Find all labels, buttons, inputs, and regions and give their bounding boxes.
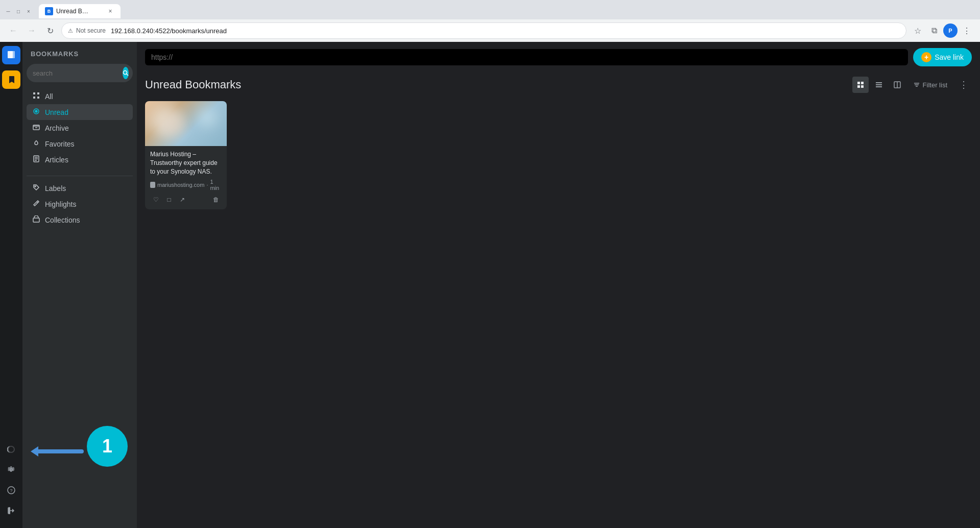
card-actions: ♡ □ ↗ 🗑	[150, 194, 222, 205]
settings-icon-button[interactable]	[2, 461, 20, 479]
card-title: Marius Hosting – Trustworthy expert guid…	[150, 150, 222, 176]
all-icon	[32, 92, 41, 101]
search-box[interactable]	[27, 64, 133, 82]
card-domain: mariushosting.com	[157, 182, 204, 188]
tab-favicon: B	[45, 7, 53, 15]
svg-rect-9	[37, 97, 39, 99]
help-icon-button[interactable]: ?	[2, 481, 20, 499]
svg-rect-7	[37, 92, 39, 94]
card-meta: mariushosting.com · 1 min	[150, 179, 222, 191]
window-controls: ─ □ ×	[4, 7, 33, 15]
grid-view-button[interactable]	[852, 77, 869, 93]
security-icon: ⚠	[68, 28, 73, 34]
app-container: ? BOOKMARKS	[0, 42, 980, 528]
more-options-button[interactable]: ⋮	[955, 77, 972, 93]
tab-close-button[interactable]: ×	[106, 7, 114, 15]
card-delete-button[interactable]: 🗑	[210, 194, 222, 205]
nav-secondary-section: Labels Highlights Collec	[27, 180, 133, 228]
tab-title: Unread B…	[56, 8, 103, 15]
browser-titlebar: ─ □ × B Unread B… ×	[0, 0, 980, 19]
sidebar-item-favorites-label: Favorites	[45, 140, 75, 148]
app-logo	[2, 46, 20, 64]
tab-bar: B Unread B… ×	[35, 4, 125, 18]
search-submit-button[interactable]	[123, 67, 129, 79]
sidebar-item-articles[interactable]: Articles	[27, 152, 133, 167]
filter-list-button[interactable]: Filter list	[907, 78, 953, 92]
moon-icon-button[interactable]	[2, 440, 20, 459]
sidebar-item-articles-label: Articles	[45, 156, 68, 164]
browser-menu-button[interactable]: ⋮	[960, 23, 974, 38]
icon-sidebar-bottom: ?	[2, 440, 20, 520]
security-text: Not secure	[76, 27, 106, 34]
collections-icon	[32, 215, 41, 224]
back-button[interactable]: ←	[6, 23, 20, 38]
bokeh-3	[199, 109, 217, 127]
svg-rect-25	[876, 84, 882, 85]
sidebar-item-unread-label: Unread	[45, 108, 68, 116]
card-favicon	[150, 182, 155, 188]
svg-rect-24	[876, 82, 882, 83]
svg-point-17	[35, 186, 36, 187]
svg-rect-19	[33, 218, 39, 222]
svg-rect-1	[10, 51, 15, 58]
url-bar-area: + Save link	[137, 42, 980, 73]
refresh-button[interactable]: ↻	[43, 23, 57, 38]
archive-icon	[32, 124, 41, 132]
sidebar-item-archive-label: Archive	[45, 124, 69, 132]
sidebar-item-labels[interactable]: Labels	[27, 180, 133, 196]
card-favorite-button[interactable]: ♡	[150, 194, 161, 205]
browser-tab[interactable]: B Unread B… ×	[39, 4, 121, 18]
card-archive-button[interactable]: □	[163, 194, 175, 205]
sidebar-item-favorites[interactable]: Favorites	[27, 136, 133, 152]
forward-button[interactable]: →	[25, 23, 39, 38]
url-input-wrap[interactable]	[145, 49, 908, 65]
address-text: 192.168.0.240:4522/bookmarks/unread	[111, 27, 900, 35]
svg-rect-8	[33, 97, 35, 99]
bookmark-star-button[interactable]: ☆	[911, 23, 925, 38]
card-read-time: 1 min	[210, 179, 222, 191]
sidebar-item-highlights[interactable]: Highlights	[27, 196, 133, 212]
sidebar-divider	[27, 176, 133, 176]
card-thumbnail	[145, 101, 227, 146]
icon-sidebar: ?	[0, 42, 22, 528]
search-input[interactable]	[33, 69, 118, 77]
sidebar-item-labels-label: Labels	[45, 184, 66, 193]
sidebar-item-archive[interactable]: Archive	[27, 120, 133, 136]
bookmarks-icon-button[interactable]	[2, 70, 20, 89]
svg-text:?: ?	[10, 488, 12, 493]
list-view-button[interactable]	[871, 77, 887, 93]
bokeh-2	[163, 114, 183, 134]
close-window-button[interactable]: ×	[25, 7, 33, 15]
bookmarks-grid: Marius Hosting – Trustworthy expert guid…	[145, 101, 972, 209]
address-bar[interactable]: ⚠ Not secure 192.168.0.240:4522/bookmark…	[61, 22, 906, 39]
signout-icon-button[interactable]	[2, 501, 20, 520]
browser-chrome: ─ □ × B Unread B… × ← → ↻ ⚠ Not secure 1…	[0, 0, 980, 42]
highlights-icon	[32, 200, 41, 208]
save-link-button[interactable]: + Save link	[913, 48, 972, 66]
sidebar-item-unread[interactable]: Unread	[27, 104, 133, 120]
svg-rect-26	[876, 86, 882, 87]
card-share-button[interactable]: ↗	[177, 194, 188, 205]
svg-rect-20	[857, 82, 860, 84]
toolbar-actions: ☆ ⧉ P ⋮	[911, 23, 974, 38]
sidebar-item-all[interactable]: All	[27, 88, 133, 104]
url-input[interactable]	[151, 53, 902, 61]
save-link-icon: +	[921, 52, 931, 62]
main-content: + Save link Unread Bookmarks	[137, 42, 980, 528]
split-view-button[interactable]	[889, 77, 905, 93]
table-row[interactable]: Marius Hosting – Trustworthy expert guid…	[145, 101, 227, 209]
svg-point-11	[35, 110, 37, 112]
minimize-button[interactable]: ─	[4, 7, 12, 15]
labels-icon	[32, 184, 41, 193]
unread-icon	[32, 108, 41, 116]
sidebar-item-collections[interactable]: Collections	[27, 212, 133, 228]
nav-primary-section: All Unread Archive	[27, 88, 133, 167]
maximize-button[interactable]: □	[14, 7, 22, 15]
icon-sidebar-top	[2, 46, 20, 438]
extension-button[interactable]: ⧉	[927, 23, 941, 38]
browser-toolbar: ← → ↻ ⚠ Not secure 192.168.0.240:4522/bo…	[0, 19, 980, 42]
sidebar-title: BOOKMARKS	[27, 48, 133, 64]
profile-button[interactable]: P	[943, 23, 958, 38]
sidebar-item-highlights-label: Highlights	[45, 200, 76, 208]
sidebar-item-all-label: All	[45, 92, 53, 101]
